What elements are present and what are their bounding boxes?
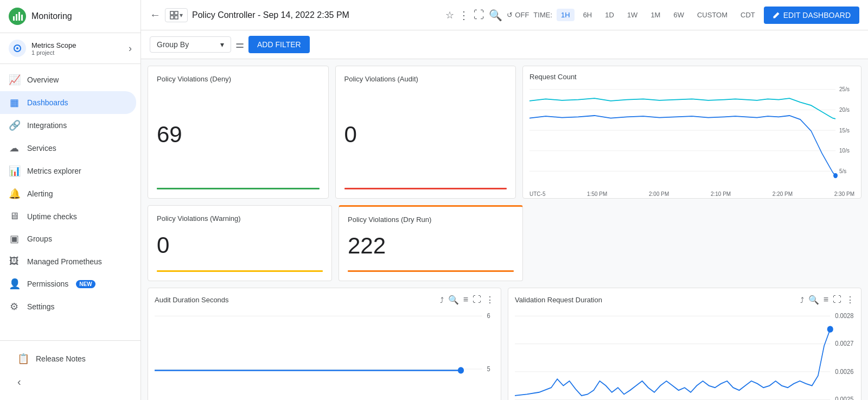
sidebar-item-services[interactable]: ☁ Services: [0, 137, 136, 160]
validation-legend-icon[interactable]: ≡: [824, 295, 828, 305]
audit-chart-toolbar: Audit Duration Seconds ⤴ 🔍 ≡ ⛶ ⋮: [155, 295, 494, 305]
dashboard-row-3: Audit Duration Seconds ⤴ 🔍 ≡ ⛶ ⋮: [148, 288, 861, 400]
time-btn-1h[interactable]: 1H: [557, 9, 575, 21]
app-name: Monitoring: [31, 11, 72, 21]
validation-chart-toolbar: Validation Request Duration ⤴ 🔍 ≡ ⛶ ⋮: [515, 295, 854, 305]
chart-request-svg: 25/s 20/s 15/s 10/s 5/s: [529, 83, 854, 192]
svg-text:5: 5: [487, 365, 491, 372]
audit-chart-icons: 🔍 ≡ ⛶ ⋮: [448, 295, 494, 305]
scope-icon: [9, 40, 26, 57]
svg-text:20/s: 20/s: [839, 106, 850, 113]
metric-warning-value: 0: [157, 234, 323, 257]
scope-sub: 1 project: [31, 49, 76, 56]
dashboards-icon: ▦: [9, 97, 20, 109]
sidebar-item-release-notes[interactable]: 📋 Release Notes: [9, 347, 132, 370]
validation-zoom-icon[interactable]: 🔍: [808, 295, 819, 305]
permissions-icon: 👤: [9, 278, 20, 290]
groups-icon: ▣: [9, 233, 20, 245]
edit-dashboard-button[interactable]: EDIT DASHBOARD: [764, 7, 859, 24]
audit-chart-title: Audit Duration Seconds: [155, 296, 229, 304]
metrics-scope-selector[interactable]: Metrics Scope 1 project ›: [0, 33, 141, 64]
star-icon[interactable]: ☆: [445, 9, 454, 21]
validation-chart-svg: 0.0028 0.0027 0.0026 0.0025 0.0024: [515, 309, 854, 400]
svg-text:0.0027: 0.0027: [835, 340, 853, 347]
chart-x-label: 2:30 PM: [834, 191, 854, 197]
group-by-select[interactable]: Group By ▾: [150, 36, 231, 53]
sidebar-item-groups[interactable]: ▣ Groups: [0, 227, 136, 250]
svg-rect-2: [18, 12, 20, 21]
chart-card-validation: Validation Request Duration ⤴ 🔍 ≡ ⛶ ⋮: [508, 288, 861, 400]
fullscreen-icon[interactable]: ⛶: [474, 9, 484, 21]
integrations-label: Integrations: [27, 121, 67, 130]
dashboard-title: Policy Controller - Sep 14, 2022 2:35 PM: [192, 10, 441, 20]
release-notes-icon: 📋: [17, 353, 28, 365]
svg-text:0.0025: 0.0025: [835, 395, 854, 400]
svg-rect-1: [16, 14, 17, 21]
chevron-down-icon: ▾: [180, 11, 183, 19]
metric-deny-value: 69: [157, 123, 320, 146]
metric-card-dryrun: Policy Violations (Dry Run) 222: [339, 205, 523, 281]
svg-text:5/s: 5/s: [839, 167, 847, 174]
metric-card-audit: Policy Violations (Audit) 0: [335, 66, 516, 199]
time-label: TIME:: [533, 11, 552, 19]
managed-prometheus-icon: 🖼: [9, 256, 20, 267]
time-btn-1w[interactable]: 1W: [623, 9, 642, 21]
settings-label: Settings: [27, 302, 55, 311]
sidebar-item-uptime-checks[interactable]: 🖥 Uptime checks: [0, 205, 136, 227]
metrics-explorer-icon: 📊: [9, 165, 20, 177]
sidebar-item-dashboards[interactable]: ▦ Dashboards: [0, 91, 136, 114]
permissions-label: Permissions: [27, 280, 68, 288]
sidebar-item-metrics-explorer[interactable]: 📊 Metrics explorer: [0, 160, 136, 182]
managed-prometheus-label: Managed Prometheus: [27, 257, 102, 266]
chart-request-title: Request Count: [529, 73, 577, 81]
svg-rect-8: [170, 16, 174, 19]
refresh-button[interactable]: ↺ OFF: [507, 11, 529, 19]
more-options-icon[interactable]: ⋮: [458, 9, 469, 22]
metric-card-warning: Policy Violations (Warning) 0: [148, 205, 332, 281]
release-notes-label: Release Notes: [36, 354, 86, 363]
svg-point-5: [16, 47, 18, 49]
sidebar-header: Monitoring: [0, 0, 141, 33]
time-btn-1d[interactable]: 1D: [601, 9, 618, 21]
dashboard-content: Policy Violations (Deny) 69 Policy Viola…: [141, 59, 868, 400]
metric-deny-line: [157, 188, 320, 189]
chevron-right-icon: ›: [129, 43, 132, 54]
overview-icon: 📈: [9, 74, 20, 86]
refresh-label: OFF: [515, 11, 529, 19]
audit-more-icon[interactable]: ⋮: [486, 295, 494, 305]
services-icon: ☁: [9, 142, 20, 154]
validation-more-icon[interactable]: ⋮: [846, 295, 854, 305]
sidebar-item-managed-prometheus[interactable]: 🖼 Managed Prometheus: [0, 250, 136, 272]
audit-legend-icon[interactable]: ≡: [463, 295, 468, 305]
svg-text:6: 6: [487, 312, 490, 319]
sidebar-item-overview[interactable]: 📈 Overview: [0, 68, 136, 91]
sidebar-collapse-button[interactable]: ‹: [9, 370, 132, 393]
audit-zoom-icon[interactable]: 🔍: [448, 295, 459, 305]
audit-fullscreen-icon[interactable]: ⛶: [473, 295, 481, 305]
time-btn-6w[interactable]: 6W: [669, 9, 688, 21]
time-btn-1m[interactable]: 1M: [646, 9, 665, 21]
back-button[interactable]: ←: [150, 9, 161, 21]
sidebar-item-alerting[interactable]: 🔔 Alerting: [0, 182, 136, 205]
sidebar-item-permissions[interactable]: 👤 Permissions NEW: [0, 272, 136, 295]
add-filter-button[interactable]: ADD FILTER: [248, 36, 310, 53]
sidebar-nav: 📈 Overview ▦ Dashboards 🔗 Integrations ☁…: [0, 64, 141, 340]
scope-name: Metrics Scope: [31, 41, 76, 49]
svg-rect-9: [175, 16, 178, 19]
validation-fullscreen-icon[interactable]: ⛶: [833, 295, 841, 305]
svg-rect-7: [175, 11, 178, 15]
search-icon[interactable]: 🔍: [489, 9, 502, 22]
sidebar-item-integrations[interactable]: 🔗 Integrations: [0, 114, 136, 137]
chart-x-label: 2:00 PM: [649, 191, 669, 197]
alerting-icon: 🔔: [9, 188, 20, 200]
time-btn-custom[interactable]: CUSTOM: [693, 9, 732, 21]
sidebar-item-settings[interactable]: ⚙ Settings: [0, 295, 136, 318]
dashboard-row-1: Policy Violations (Deny) 69 Policy Viola…: [148, 66, 861, 199]
metric-warning-line: [157, 270, 323, 272]
svg-point-33: [827, 326, 833, 333]
filter-icon[interactable]: ⚌: [235, 39, 244, 50]
dashboard-type-selector[interactable]: ▾: [165, 8, 188, 22]
app-logo-icon: [9, 8, 26, 25]
timezone-button[interactable]: CDT: [736, 9, 760, 21]
time-btn-6h[interactable]: 6H: [579, 9, 597, 21]
